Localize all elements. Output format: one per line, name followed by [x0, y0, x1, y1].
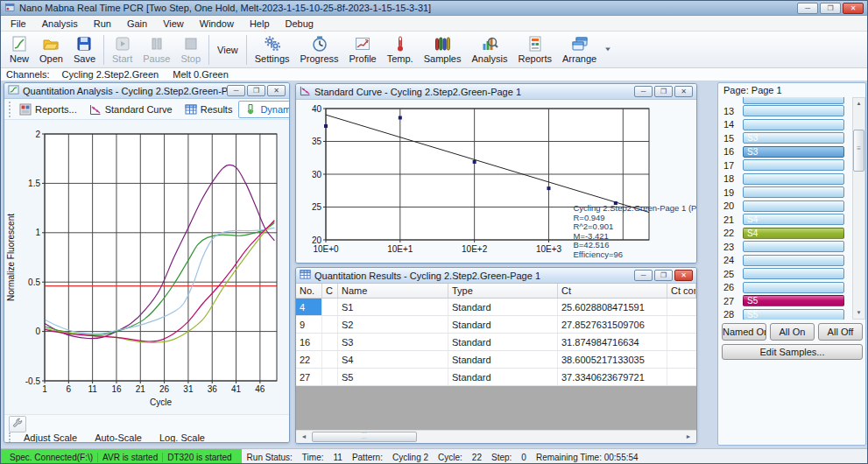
- all-off-button[interactable]: All Off: [818, 323, 863, 341]
- minimize-button[interactable]: ─: [634, 270, 653, 281]
- sample-bar[interactable]: [743, 97, 844, 104]
- toolbar-button-open[interactable]: Open: [34, 33, 68, 67]
- sample-bar-13[interactable]: [743, 105, 844, 116]
- scrollbar-thumb[interactable]: [853, 130, 864, 172]
- sample-bar-19[interactable]: [743, 186, 844, 198]
- menu-item-analysis[interactable]: Analysis: [34, 16, 86, 31]
- vertical-scrollbar[interactable]: ▲ ▼: [852, 97, 865, 320]
- toolbar-button-progress[interactable]: Progress: [295, 33, 344, 67]
- maximize-button[interactable]: ❐: [247, 85, 265, 96]
- toolbar-button-analysis[interactable]: Analysis: [466, 33, 512, 67]
- scroll-right-icon[interactable]: ►: [681, 432, 695, 442]
- toolbar-button-reports[interactable]: Reports: [512, 33, 557, 67]
- cell-ct-com[interactable]: [667, 334, 696, 350]
- minimize-button[interactable]: ─: [797, 3, 818, 14]
- toolbar-button-temp[interactable]: Temp.: [382, 33, 419, 67]
- cell-no[interactable]: 9: [296, 316, 322, 333]
- table-row-s3[interactable]: 16S3Standard31.874984716634: [296, 334, 696, 351]
- cell-type[interactable]: Standard: [448, 299, 558, 315]
- cell-no[interactable]: 16: [296, 334, 322, 350]
- sample-bar-23[interactable]: [743, 241, 844, 252]
- log-scale-button[interactable]: Log. Scale: [151, 432, 214, 443]
- sample-bar-14[interactable]: [743, 119, 844, 130]
- column-header-c[interactable]: C: [322, 284, 338, 298]
- close-button[interactable]: ✕: [267, 85, 286, 96]
- column-header-ct-com[interactable]: Ct com: [667, 284, 696, 298]
- close-button[interactable]: ✕: [843, 3, 864, 14]
- scroll-left-icon[interactable]: ◄: [297, 432, 311, 442]
- cell-ct-com[interactable]: [667, 316, 696, 333]
- cell-name[interactable]: S5: [338, 369, 448, 385]
- cell-ct[interactable]: 27.8527631509706: [558, 316, 667, 333]
- menu-item-help[interactable]: Help: [242, 16, 278, 31]
- close-button[interactable]: ✕: [674, 86, 693, 97]
- cell-name[interactable]: S4: [338, 351, 448, 368]
- cell-name[interactable]: S1: [338, 299, 448, 315]
- column-header-name[interactable]: Name: [338, 284, 448, 298]
- column-header-type[interactable]: Type: [448, 284, 558, 298]
- toolbar-button-stop[interactable]: Stop: [175, 33, 206, 67]
- menu-item-debug[interactable]: Debug: [278, 16, 321, 31]
- cell-ct[interactable]: 38.6005217133035: [558, 351, 667, 368]
- sample-bar-28[interactable]: S5: [743, 309, 844, 320]
- scroll-up-icon[interactable]: ▲: [853, 98, 864, 109]
- cell-ct-com[interactable]: [667, 369, 696, 385]
- scroll-down-icon[interactable]: ▼: [853, 307, 864, 319]
- table-row-s4[interactable]: 22S4Standard38.6005217133035: [296, 351, 696, 369]
- adjust-tool-button[interactable]: [9, 416, 26, 432]
- toolbar-button-pause[interactable]: Pause: [138, 33, 175, 67]
- sample-bar-24[interactable]: [743, 255, 844, 266]
- cell-ct[interactable]: 31.874984716634: [558, 334, 667, 350]
- named-on-button[interactable]: Named On: [722, 323, 766, 341]
- tab-reports[interactable]: Reports...: [13, 101, 83, 118]
- toolbar-button-samples[interactable]: Samples: [419, 33, 467, 67]
- sample-bar-22[interactable]: S4: [743, 228, 844, 239]
- quant-window-titlebar[interactable]: Quantitation Analysis - Cycling 2.Step2.…: [4, 83, 289, 99]
- tab-dynamic-tube[interactable]: Dynamic Tube: [238, 101, 290, 118]
- menu-item-view[interactable]: View: [155, 16, 192, 31]
- cell-type[interactable]: Standard: [448, 334, 558, 350]
- table-row-s2[interactable]: 9S2Standard27.8527631509706: [296, 316, 696, 334]
- column-header-ct[interactable]: Ct: [558, 284, 667, 298]
- all-on-button[interactable]: All On: [770, 323, 815, 341]
- toolbar-button-start[interactable]: Start: [107, 33, 138, 67]
- toolbar-button-arrange[interactable]: Arrange: [557, 33, 602, 67]
- restore-button[interactable]: ❐: [820, 3, 841, 14]
- table-row-s5[interactable]: 27S5Standard37.3340623679721: [296, 369, 696, 386]
- channel-item-1[interactable]: Melt 0.Green: [173, 69, 229, 80]
- cell-type[interactable]: Standard: [448, 369, 558, 385]
- cell-no[interactable]: 22: [296, 351, 322, 368]
- toolbar-button-settings[interactable]: Settings: [250, 33, 295, 67]
- cell-ct-com[interactable]: [667, 351, 696, 368]
- cell-no[interactable]: 27: [296, 369, 322, 385]
- toolbar-button-save[interactable]: Save: [68, 33, 101, 67]
- toolbar-button-view[interactable]: View: [212, 33, 243, 67]
- sample-bar-15[interactable]: S3: [743, 132, 844, 144]
- cell-name[interactable]: S2: [338, 316, 448, 333]
- sample-bar-16[interactable]: S3: [743, 146, 844, 158]
- sample-bar-25[interactable]: [743, 268, 844, 279]
- std-window-titlebar[interactable]: Standard Curve - Cycling 2.Step2.Green-P…: [296, 84, 696, 100]
- cell-name[interactable]: S3: [338, 334, 448, 350]
- maximize-button[interactable]: ❐: [654, 270, 673, 281]
- minimize-button[interactable]: ─: [634, 86, 653, 97]
- results-window-titlebar[interactable]: Quantitation Results - Cycling 2.Step2.G…: [296, 268, 696, 284]
- sample-bar-21[interactable]: S4: [743, 214, 844, 225]
- maximize-button[interactable]: ❐: [654, 86, 673, 97]
- cell-type[interactable]: Standard: [448, 351, 558, 368]
- toolbar-button-new[interactable]: New: [4, 33, 34, 67]
- channel-item-0[interactable]: Cycling 2.Step2.Green: [62, 69, 159, 80]
- minimize-button[interactable]: ─: [227, 85, 245, 96]
- adjust-scale-button[interactable]: Adjust Scale: [15, 432, 86, 443]
- column-header-no[interactable]: No.: [296, 284, 322, 298]
- sample-bar-18[interactable]: [743, 173, 844, 185]
- toolbar-button-profile[interactable]: Profile: [344, 33, 382, 67]
- scrollbar-thumb[interactable]: [312, 432, 417, 442]
- cell-no[interactable]: 4: [296, 299, 322, 315]
- horizontal-scrollbar[interactable]: ◄ ►: [296, 430, 696, 443]
- close-button[interactable]: ✕: [674, 270, 693, 281]
- sample-bar-17[interactable]: [743, 159, 844, 171]
- menu-item-gain[interactable]: Gain: [119, 16, 155, 31]
- menu-item-window[interactable]: Window: [192, 16, 242, 31]
- sample-bar-27[interactable]: S5: [743, 295, 844, 306]
